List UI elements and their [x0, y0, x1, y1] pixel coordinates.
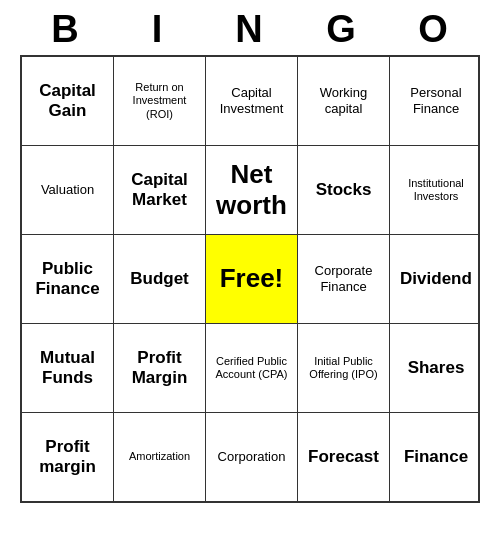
bingo-cell: Capital Market [114, 146, 206, 234]
title-letter: N [210, 8, 290, 51]
bingo-cell: Return on Investment (ROI) [114, 57, 206, 145]
bingo-cell: Profit margin [22, 413, 114, 501]
bingo-cell: Mutual Funds [22, 324, 114, 412]
bingo-row: Mutual FundsProfit MarginCerified Public… [22, 324, 478, 413]
bingo-cell: Capital Gain [22, 57, 114, 145]
bingo-cell: Valuation [22, 146, 114, 234]
bingo-grid: Capital GainReturn on Investment (ROI)Ca… [20, 55, 480, 503]
title-letter: G [302, 8, 382, 51]
bingo-cell: Corporate Finance [298, 235, 390, 323]
bingo-cell: Forecast [298, 413, 390, 501]
bingo-cell: Finance [390, 413, 482, 501]
bingo-cell: Stocks [298, 146, 390, 234]
bingo-cell: Cerified Public Account (CPA) [206, 324, 298, 412]
bingo-cell: Public Finance [22, 235, 114, 323]
bingo-row: Public FinanceBudgetFree!Corporate Finan… [22, 235, 478, 324]
bingo-cell: Free! [206, 235, 298, 323]
title-letter: O [394, 8, 474, 51]
title-letter: B [26, 8, 106, 51]
bingo-cell: Budget [114, 235, 206, 323]
bingo-cell: Institutional Investors [390, 146, 482, 234]
bingo-cell: Corporation [206, 413, 298, 501]
bingo-cell: Working capital [298, 57, 390, 145]
bingo-row: Capital GainReturn on Investment (ROI)Ca… [22, 57, 478, 146]
bingo-cell: Dividend [390, 235, 482, 323]
bingo-row: Profit marginAmortizationCorporationFore… [22, 413, 478, 501]
bingo-cell: Personal Finance [390, 57, 482, 145]
bingo-cell: Profit Margin [114, 324, 206, 412]
bingo-cell: Capital Investment [206, 57, 298, 145]
bingo-cell: Net worth [206, 146, 298, 234]
bingo-row: ValuationCapital MarketNet worthStocksIn… [22, 146, 478, 235]
bingo-title: BINGO [20, 0, 480, 55]
title-letter: I [118, 8, 198, 51]
bingo-cell: Shares [390, 324, 482, 412]
bingo-cell: Initial Public Offering (IPO) [298, 324, 390, 412]
bingo-cell: Amortization [114, 413, 206, 501]
